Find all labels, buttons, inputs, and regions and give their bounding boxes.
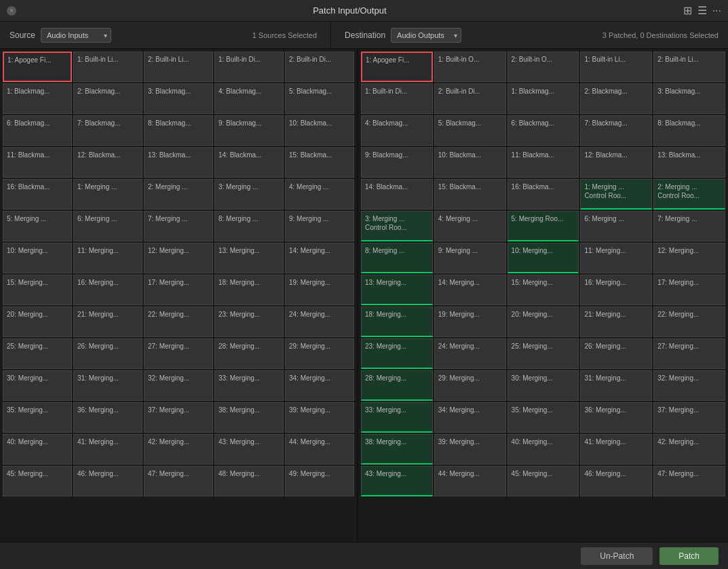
dest-cell[interactable]: 11: Merging... — [580, 243, 652, 273]
dest-cell[interactable]: 21: Merging... — [580, 307, 652, 337]
dest-cell[interactable]: 42: Merging... — [653, 434, 725, 465]
source-cell[interactable]: 1: Merging ... — [73, 179, 142, 210]
dest-cell[interactable]: 34: Merging... — [434, 402, 506, 433]
dest-cell[interactable]: 2: Merging ... Control Roo... — [653, 179, 725, 210]
source-cell[interactable]: 10: Merging... — [3, 243, 72, 273]
source-cell[interactable]: 11: Merging... — [73, 243, 142, 273]
dest-cell[interactable]: 47: Merging... — [653, 466, 725, 496]
dest-cell[interactable]: 14: Blackma... — [361, 179, 433, 210]
source-cell[interactable]: 24: Merging... — [285, 307, 354, 337]
dest-cell[interactable]: 44: Merging... — [434, 466, 506, 496]
source-cell[interactable]: 12: Blackma... — [73, 147, 142, 178]
source-cell[interactable]: 5: Blackmag... — [285, 83, 354, 114]
source-cell[interactable]: 45: Merging... — [3, 466, 72, 496]
source-cell[interactable]: 34: Merging... — [285, 370, 354, 401]
dest-cell[interactable]: 3: Blackmag... — [653, 83, 725, 114]
dest-cell[interactable]: 6: Merging ... — [580, 211, 652, 241]
dest-cell[interactable]: 2: Built-in Di... — [434, 83, 506, 114]
dest-cell[interactable]: 3: Merging ... Control Roo... — [361, 211, 433, 241]
source-cell[interactable]: 21: Merging... — [73, 307, 142, 337]
source-cell[interactable]: 5: Merging ... — [3, 211, 72, 241]
dest-cell[interactable]: 19: Merging... — [434, 307, 506, 337]
dest-cell[interactable]: 28: Merging... — [361, 370, 433, 401]
dest-cell[interactable]: 10: Blackma... — [434, 147, 506, 178]
dest-cell[interactable]: 38: Merging... — [361, 434, 433, 465]
dest-cell[interactable]: 40: Merging... — [507, 434, 579, 465]
source-cell[interactable]: 13: Merging... — [214, 243, 284, 273]
source-cell[interactable]: 31: Merging... — [73, 370, 142, 401]
dest-cell[interactable]: 20: Merging... — [507, 307, 579, 337]
source-cell[interactable]: 25: Merging... — [3, 338, 72, 369]
source-cell[interactable]: 4: Merging ... — [285, 179, 354, 210]
source-cell[interactable]: 18: Merging... — [214, 275, 284, 305]
source-cell[interactable]: 49: Merging... — [285, 466, 354, 496]
dest-cell[interactable]: 31: Merging... — [580, 370, 652, 401]
source-cell[interactable]: 37: Merging... — [144, 402, 213, 433]
destination-select[interactable]: Audio OutputsAudio Inputs — [391, 28, 461, 43]
dest-cell[interactable]: 24: Merging... — [434, 338, 506, 369]
dest-cell[interactable]: 30: Merging... — [507, 370, 579, 401]
source-cell[interactable]: 1: Blackmag... — [3, 83, 72, 114]
source-cell[interactable]: 16: Blackma... — [3, 179, 72, 210]
source-select-wrapper[interactable]: Audio InputsAudio Outputs — [41, 28, 111, 43]
dest-cell[interactable]: 10: Merging... — [507, 243, 579, 273]
dest-cell[interactable]: 2: Blackmag... — [580, 83, 652, 114]
source-cell[interactable]: 33: Merging... — [214, 370, 284, 401]
source-select[interactable]: Audio InputsAudio Outputs — [41, 28, 111, 43]
dest-cell[interactable]: 46: Merging... — [580, 466, 652, 496]
source-cell[interactable]: 12: Merging... — [144, 243, 213, 273]
source-cell[interactable]: 16: Merging... — [73, 275, 142, 305]
dest-cell[interactable]: 18: Merging... — [361, 307, 433, 337]
dest-cell[interactable]: 29: Merging... — [434, 370, 506, 401]
close-button[interactable]: × — [7, 6, 16, 16]
source-cell[interactable]: 9: Merging ... — [285, 211, 354, 241]
list-icon[interactable]: ☰ — [697, 4, 707, 17]
dest-cell[interactable]: 9: Merging ... — [434, 243, 506, 273]
source-cell[interactable]: 14: Merging... — [285, 243, 354, 273]
source-cell[interactable]: 11: Blackma... — [3, 147, 72, 178]
dest-cell[interactable]: 25: Merging... — [507, 338, 579, 369]
dest-cell[interactable]: 7: Merging ... — [653, 211, 725, 241]
source-cell[interactable]: 28: Merging... — [214, 338, 284, 369]
dest-cell[interactable]: 8: Merging ... — [361, 243, 433, 273]
source-cell[interactable]: 1: Built-in Li... — [73, 52, 142, 82]
source-cell[interactable]: 36: Merging... — [73, 402, 142, 433]
dest-cell[interactable]: 22: Merging... — [653, 307, 725, 337]
source-scroll[interactable]: 1: Apogee Fi...1: Built-in Li...2: Built… — [0, 49, 357, 542]
source-cell[interactable]: 17: Merging... — [144, 275, 213, 305]
source-cell[interactable]: 9: Blackmag... — [214, 115, 284, 146]
dest-cell[interactable]: 1: Apogee Fi... — [361, 52, 433, 82]
patch-button[interactable]: Patch — [659, 547, 719, 565]
source-cell[interactable]: 2: Merging ... — [144, 179, 213, 210]
source-cell[interactable]: 23: Merging... — [214, 307, 284, 337]
dest-cell[interactable]: 4: Merging ... — [434, 211, 506, 241]
dest-cell[interactable]: 12: Merging... — [653, 243, 725, 273]
source-cell[interactable]: 32: Merging... — [144, 370, 213, 401]
source-cell[interactable]: 7: Blackmag... — [73, 115, 142, 146]
dest-cell[interactable]: 27: Merging... — [653, 338, 725, 369]
source-cell[interactable]: 29: Merging... — [285, 338, 354, 369]
source-cell[interactable]: 6: Merging ... — [73, 211, 142, 241]
source-cell[interactable]: 26: Merging... — [73, 338, 142, 369]
source-cell[interactable]: 43: Merging... — [214, 434, 284, 465]
source-cell[interactable]: 6: Blackmag... — [3, 115, 72, 146]
dest-cell[interactable]: 1: Built-in O... — [434, 52, 506, 82]
source-cell[interactable]: 2: Blackmag... — [73, 83, 142, 114]
source-cell[interactable]: 15: Merging... — [3, 275, 72, 305]
source-cell[interactable]: 3: Merging ... — [214, 179, 284, 210]
source-cell[interactable]: 4: Blackmag... — [214, 83, 284, 114]
source-cell[interactable]: 8: Merging ... — [214, 211, 284, 241]
dest-cell[interactable]: 5: Merging Roo... — [507, 211, 579, 241]
more-icon[interactable]: ··· — [712, 5, 721, 17]
dest-cell[interactable]: 1: Blackmag... — [507, 83, 579, 114]
dest-cell[interactable]: 41: Merging... — [580, 434, 652, 465]
dest-cell[interactable]: 1: Merging ... Control Roo... — [580, 179, 652, 210]
dest-cell[interactable]: 5: Blackmag... — [434, 115, 506, 146]
dest-cell[interactable]: 16: Blackma... — [507, 179, 579, 210]
dest-cell[interactable]: 4: Blackmag... — [361, 115, 433, 146]
dest-cell[interactable]: 1: Built-in Li... — [580, 52, 652, 82]
source-cell[interactable]: 2: Built-in Di... — [285, 52, 354, 82]
source-cell[interactable]: 30: Merging... — [3, 370, 72, 401]
source-cell[interactable]: 8: Blackmag... — [144, 115, 213, 146]
source-cell[interactable]: 14: Blackma... — [214, 147, 284, 178]
